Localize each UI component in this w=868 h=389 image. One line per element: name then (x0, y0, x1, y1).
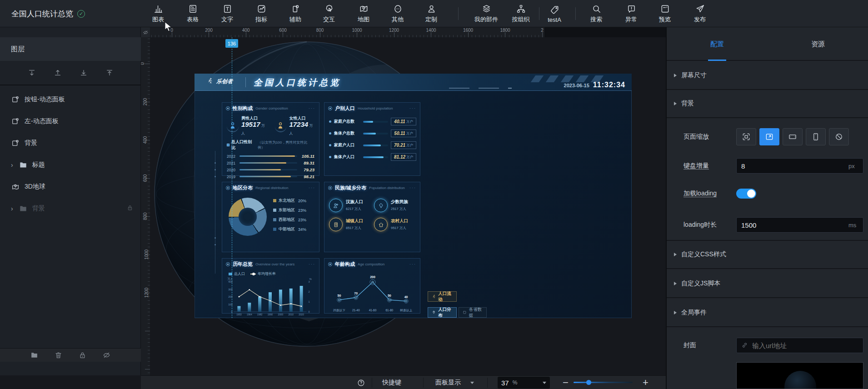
people-icon (333, 202, 339, 209)
zoom-slider[interactable] (574, 382, 633, 383)
tool-custom[interactable]: 定制 (417, 1, 446, 26)
other-icon (393, 4, 403, 14)
tool-tag[interactable]: testA (540, 1, 569, 26)
panel-ethnic[interactable]: 民族/城乡分布Population distribution···汉族人口621… (324, 182, 420, 252)
panel-display-button[interactable]: 面板显示 (435, 376, 461, 389)
move-top-button[interactable] (105, 68, 114, 77)
household-row: 家庭户总数40.11万户 (324, 114, 420, 125)
layer-item-1[interactable]: 左-动态面板 (0, 110, 141, 132)
move-bottom-button[interactable] (27, 68, 36, 77)
panel-dot-icon (328, 186, 332, 190)
move-down-button[interactable] (79, 68, 88, 77)
eye-off-icon (143, 30, 149, 35)
tool-other[interactable]: 其他 (383, 1, 412, 26)
tool-table[interactable]: 表格 (178, 1, 207, 26)
panel-region[interactable]: 地区分布Regional distribution···东北地区20%东部地区2… (222, 182, 319, 252)
layer-label: 背景 (32, 204, 45, 213)
folder-button[interactable] (30, 351, 39, 359)
guide-position-badge[interactable]: 136 (225, 39, 238, 48)
tool-interaction[interactable]: 交互 (314, 1, 344, 26)
tool-alert[interactable]: 异常 (617, 1, 646, 26)
section-custom-js[interactable]: 自定义JS脚本 (667, 270, 868, 298)
loading-toggle[interactable] (736, 189, 756, 199)
tool-indicator[interactable]: 指标 (247, 1, 276, 26)
svg-text:1964: 1964 (247, 313, 252, 316)
tool-label: 地图 (358, 15, 369, 24)
move-up-button[interactable] (53, 68, 62, 77)
cover-url-input[interactable] (736, 338, 863, 353)
panel-years[interactable]: 历年总览Overview over the years···总人口年均增长率万人… (222, 258, 319, 314)
tool-publish[interactable]: 发布 (685, 1, 714, 26)
section-background[interactable]: 背景 (667, 90, 868, 118)
search-icon (591, 4, 602, 14)
bar-chart-icon (153, 4, 164, 14)
globe-button-2[interactable]: 各省数据 (459, 307, 487, 318)
divider (372, 378, 372, 388)
section-global-events[interactable]: 全局事件 (667, 299, 868, 327)
panel-gender[interactable]: 性别构成Gender composition···男性人口19517万人女性人口… (222, 102, 319, 176)
runner-icon (432, 294, 436, 299)
tool-preview[interactable]: 预览 (650, 1, 679, 26)
tab-resources[interactable]: 资源 (768, 27, 868, 61)
help-icon[interactable] (357, 376, 365, 389)
panel-header: 性别构成Gender composition··· (222, 103, 319, 114)
page-zoom-mode-none[interactable] (829, 128, 849, 145)
panel-household[interactable]: 户别人口Household population···家庭户总数40.11万户集… (324, 102, 420, 176)
expand-chevron-icon[interactable]: › (11, 205, 13, 212)
person-icon (276, 121, 285, 130)
trash-button[interactable] (54, 351, 63, 359)
zoom-in-button[interactable]: + (643, 376, 649, 389)
zoom-select[interactable]: 37 % (498, 377, 550, 389)
loading-toggle-label: 加载loading (683, 190, 717, 198)
page-zoom-mode-portrait[interactable] (806, 128, 826, 145)
tool-auxiliary[interactable]: 辅助 (281, 1, 310, 26)
layer-item-0[interactable]: 按钮-动态面板 (0, 89, 141, 110)
layer-item-3[interactable]: ›标题 (0, 154, 141, 176)
keyboard-step-input[interactable] (736, 158, 863, 174)
guide-line[interactable] (232, 37, 232, 318)
panel-more-icon[interactable]: ··· (309, 185, 315, 190)
ruler-corner-icon[interactable] (141, 27, 150, 37)
expand-chevron-icon[interactable]: › (11, 161, 13, 169)
page-zoom-mode-fit-screen[interactable] (736, 128, 756, 145)
page-zoom-mode-scale[interactable] (759, 128, 779, 145)
tool-map[interactable]: 地图 (349, 1, 378, 26)
region-legend: 东北地区20%东部地区23%西部地区23%中部地区34% (273, 198, 306, 236)
globe-button-1[interactable]: 人口分布 (428, 307, 457, 318)
gender-stat: 男性人口19517万人 (227, 115, 269, 137)
panel-age[interactable]: 年龄构成Age composition···5020及以下7021-402004… (324, 258, 420, 314)
loading-duration-input[interactable] (736, 217, 863, 233)
canvas-body[interactable]: 乐创者 全国人口统计总览 2023-06-15 11:32:34 (150, 37, 666, 375)
globe-button-0[interactable]: 人口流动 (428, 291, 457, 302)
tool-widgets[interactable]: 我的部件 (472, 1, 501, 26)
lock-button[interactable] (78, 351, 87, 359)
panel-more-icon[interactable]: ··· (409, 262, 416, 266)
tool-text[interactable]: 文字 (213, 1, 242, 26)
zoom-slider-handle[interactable] (586, 380, 591, 385)
tool-bar-chart[interactable]: 图表 (144, 1, 173, 26)
layer-item-5[interactable]: ›背景 (0, 198, 141, 219)
ethnic-stat: 农村人口9517万人 (374, 218, 416, 231)
panel-more-icon[interactable]: ··· (409, 106, 416, 110)
layer-item-4[interactable]: 3D地球 (0, 176, 141, 198)
panel-more-icon[interactable]: ··· (409, 185, 416, 190)
shortcut-button[interactable]: 快捷键 (382, 376, 401, 389)
saved-check-icon: ✓ (77, 10, 85, 18)
header-deco-dash (449, 88, 469, 89)
panel-more-icon[interactable]: ··· (309, 262, 315, 266)
section-screen-size[interactable]: 屏幕尺寸 (667, 62, 868, 90)
design-canvas[interactable]: 0200400600800100012001400160018002 02004… (141, 27, 666, 375)
tool-org[interactable]: 按组织 (506, 1, 535, 26)
ruler-label: 400 (242, 28, 250, 33)
section-custom-css[interactable]: 自定义CSS样式 (667, 241, 868, 269)
tool-search[interactable]: 搜索 (582, 1, 611, 26)
panel-more-icon[interactable]: ··· (309, 106, 315, 110)
dashboard-screen[interactable]: 乐创者 全国人口统计总览 2023-06-15 11:32:34 (195, 74, 632, 318)
zoom-out-button[interactable]: − (563, 376, 569, 389)
eye-off-button[interactable] (102, 351, 111, 359)
page-zoom-mode-landscape[interactable] (783, 128, 803, 145)
gender-ratio-row: 201998.21 (222, 172, 319, 179)
layer-item-2[interactable]: 背景 (0, 132, 141, 154)
ruler-label: 200 (143, 98, 148, 106)
tab-config[interactable]: 配置 (667, 27, 768, 61)
